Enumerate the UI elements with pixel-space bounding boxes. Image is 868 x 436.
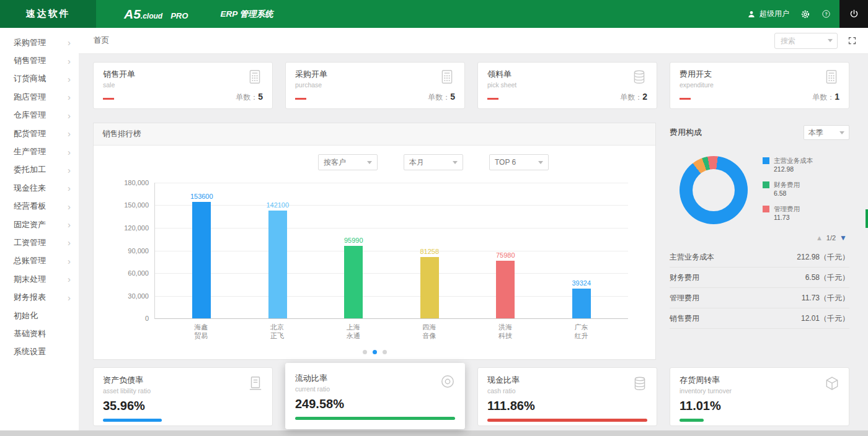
sidebar-item[interactable]: 配货管理› — [0, 124, 79, 142]
bar-column[interactable]: 75980 — [485, 183, 525, 318]
brand: A5.cloud PRO — [124, 7, 188, 22]
carousel-dot[interactable] — [383, 350, 387, 354]
sidebar-item[interactable]: 初始化 — [0, 307, 79, 325]
logout-power-button[interactable] — [839, 0, 868, 28]
legend-value: 212.98 — [774, 165, 794, 173]
sales-ranking-panel: 销售排行榜 按客户本月TOP 6 180,000150,000120,00090… — [93, 123, 656, 360]
kpi-value: 111.86% — [487, 399, 647, 413]
kpi-card[interactable]: 现金比率cash ratio111.86% — [477, 367, 657, 426]
x-axis-category-label: 北京正飞 — [257, 323, 297, 341]
stat-card[interactable]: 费用开支expenditure单数：1 — [670, 62, 849, 109]
breadcrumb-home-tab[interactable]: 首页 — [94, 35, 109, 46]
power-icon — [849, 9, 859, 19]
gear-icon[interactable] — [800, 9, 810, 19]
legend-page-up-icon[interactable]: ▲ — [816, 234, 823, 242]
kpi-card-subtitle: inventory turnover — [680, 387, 839, 395]
legend-page-down-icon[interactable]: ▼ — [839, 233, 847, 242]
chevron-down-icon — [538, 161, 543, 164]
chevron-right-icon: › — [68, 129, 71, 138]
vertical-scrollbar-thumb[interactable] — [866, 209, 868, 228]
stat-count-label: 单数： — [428, 93, 450, 102]
help-icon[interactable]: ? — [822, 9, 831, 19]
app-logo[interactable]: 速达软件 — [0, 0, 96, 28]
sidebar-item[interactable]: 经营看板› — [0, 198, 79, 216]
calculator-icon — [823, 69, 839, 89]
chart-filter-select[interactable]: 按客户 — [318, 154, 378, 170]
accent-dash — [487, 98, 498, 100]
chevron-right-icon: › — [68, 111, 71, 120]
sidebar-item-label: 系统设置 — [14, 346, 46, 357]
stat-card[interactable]: 销售开单sale单数：5 — [93, 62, 273, 109]
chart-filter-row: 按客户本月TOP 6 — [318, 154, 643, 170]
brand-suffix: .cloud — [141, 12, 162, 20]
sidebar-item[interactable]: 销售管理› — [0, 51, 79, 69]
period-select-value: 本季 — [808, 128, 823, 138]
kpi-value: 249.58% — [295, 397, 455, 411]
sidebar-item[interactable]: 系统设置 — [0, 343, 79, 361]
expense-row[interactable]: 管理费用11.73（千元） — [670, 288, 849, 308]
chevron-right-icon: › — [68, 220, 71, 229]
legend-swatch — [763, 181, 769, 188]
bar-value-label: 75980 — [496, 251, 515, 259]
bar-column[interactable]: 95990 — [334, 183, 373, 318]
sidebar-item[interactable]: 基础资料 — [0, 325, 79, 342]
kpi-card-subtitle: asset libility ratio — [103, 387, 263, 395]
legend-item[interactable]: 主营业务成本212.98 — [763, 157, 813, 173]
sidebar-item[interactable]: 生产管理› — [0, 142, 79, 160]
chart-filter-value: 按客户 — [324, 157, 346, 168]
x-axis-category-label: 上海永通 — [334, 323, 373, 341]
sidebar-item[interactable]: 采购管理› — [0, 33, 79, 51]
carousel-dots — [106, 350, 643, 354]
search-box[interactable] — [774, 33, 838, 49]
sidebar-item-label: 跑店管理 — [14, 92, 46, 103]
horizontal-scrollbar[interactable] — [0, 430, 868, 436]
expense-donut-chart[interactable] — [680, 156, 748, 224]
chart-filter-select[interactable]: TOP 6 — [489, 154, 549, 170]
bar-column[interactable]: 81258 — [410, 183, 450, 318]
chevron-right-icon: › — [68, 165, 71, 175]
kpi-card[interactable]: 资产负债率asset libility ratio35.96% — [93, 367, 273, 426]
user-menu[interactable]: 超级用户 — [747, 9, 789, 19]
sidebar-item[interactable]: 仓库管理› — [0, 107, 79, 124]
sidebar-item[interactable]: 订货商城› — [0, 70, 79, 88]
expense-row[interactable]: 主营业务成本212.98（千元） — [670, 247, 849, 268]
sales-ranking-title: 销售排行榜 — [102, 129, 141, 139]
carousel-dot[interactable] — [363, 350, 367, 354]
period-select[interactable]: 本季 — [804, 125, 849, 140]
bar-column[interactable]: 153600 — [182, 183, 221, 318]
expense-composition-panel: 费用构成 本季 主营业务成本212.98财务费用6.58管理费用11.73 ▲ … — [670, 123, 849, 329]
sidebar-item[interactable]: 现金往来› — [0, 179, 79, 197]
stat-card-title: 采购开单 — [295, 69, 327, 80]
kpi-card[interactable]: 存货周转率inventory turnover11.01% — [670, 367, 849, 426]
sidebar-item[interactable]: 跑店管理› — [0, 88, 79, 106]
stat-card[interactable]: 领料单pick sheet单数：2 — [477, 62, 657, 109]
sidebar-item[interactable]: 工资管理› — [0, 233, 79, 251]
fullscreen-icon[interactable] — [848, 36, 857, 45]
sidebar-item[interactable]: 总账管理› — [0, 252, 79, 270]
sidebar-item-label: 固定资产 — [14, 219, 46, 230]
coins-icon — [632, 375, 648, 391]
sidebar-item[interactable]: 委托加工› — [0, 161, 79, 179]
sidebar-item[interactable]: 期末处理› — [0, 270, 79, 288]
calculator-icon — [439, 69, 455, 89]
kpi-card[interactable]: 流动比率current ratio249.58% — [285, 363, 465, 429]
stat-card-title: 费用开支 — [680, 69, 714, 80]
stat-card-subtitle: sale — [103, 81, 135, 89]
bar-column[interactable]: 39324 — [562, 183, 601, 318]
top-header: 速达软件 A5.cloud PRO ERP 管理系统 超级用户 ? — [0, 0, 868, 28]
sidebar-item[interactable]: 固定资产› — [0, 216, 79, 233]
stat-card[interactable]: 采购开单purchase单数：5 — [285, 62, 465, 109]
legend-item[interactable]: 管理费用11.73 — [763, 205, 813, 221]
y-axis-tick-label: 30,000 — [105, 292, 149, 300]
legend-item[interactable]: 财务费用6.58 — [763, 181, 813, 197]
carousel-dot[interactable] — [373, 350, 377, 354]
bar — [344, 246, 363, 318]
bar-column[interactable]: 142100 — [258, 183, 298, 318]
chart-filter-select[interactable]: 本月 — [404, 154, 463, 170]
expense-row[interactable]: 销售费用12.01（千元） — [670, 308, 849, 329]
sidebar-item[interactable]: 财务报表› — [0, 288, 79, 306]
expense-row[interactable]: 财务费用6.58（千元） — [670, 268, 849, 288]
sidebar-item-label: 现金往来 — [14, 183, 46, 194]
search-input[interactable] — [775, 37, 821, 45]
chevron-right-icon: › — [68, 256, 71, 266]
